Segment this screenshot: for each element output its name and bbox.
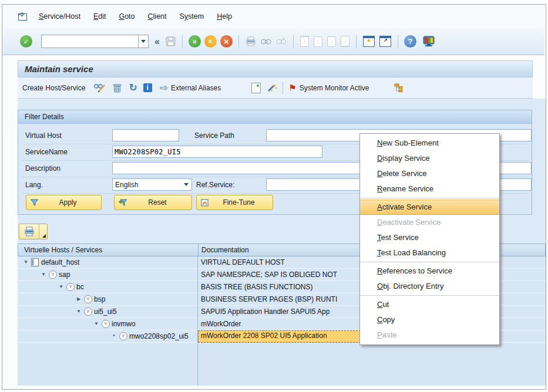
expander-icon[interactable]: ▼	[22, 259, 29, 265]
reset-button[interactable]: Reset	[114, 195, 192, 210]
menu-item-test-service[interactable]: Test Service	[360, 230, 499, 245]
find-icon[interactable]	[260, 36, 272, 47]
apply-filter-icon	[30, 198, 39, 207]
menu-goto[interactable]: Goto	[119, 12, 135, 21]
menu-help[interactable]: Help	[217, 12, 232, 21]
sap-screen-icon[interactable]	[18, 12, 28, 21]
menu-item-cut[interactable]: Cut	[360, 297, 499, 312]
help-icon[interactable]: ?	[404, 35, 416, 48]
menu-separator	[360, 198, 499, 198]
selected-documentation-cell[interactable]: mWorkOrder 2208 SP02 UI5 Application	[198, 330, 364, 343]
print-options-dropdown-icon[interactable]	[39, 224, 47, 239]
application-toolbar: Create Host/Service ↻ i ⇨ External Alias…	[18, 77, 533, 99]
refresh-icon[interactable]: ↻	[129, 82, 137, 94]
virtual-host-input[interactable]	[112, 129, 179, 141]
description-label: Description	[25, 164, 60, 173]
language-label: Lang.	[25, 181, 43, 189]
menu-item-deactivate-service: Deactivate Service	[360, 215, 499, 230]
menu-item-delete-service[interactable]: Delete Service	[360, 166, 499, 181]
create-host-service-button[interactable]: Create Host/Service	[22, 84, 85, 92]
info-icon[interactable]: i	[143, 83, 152, 92]
command-field[interactable]	[41, 35, 139, 48]
hierarchy-types-icon[interactable]	[394, 83, 404, 93]
chevron-down-icon	[184, 183, 189, 186]
menu-item-new-sub-element[interactable]: New Sub-Element	[360, 136, 499, 151]
menu-item-paste: Paste	[360, 327, 499, 343]
expander-icon[interactable]: ▶	[75, 296, 82, 302]
command-field-dropdown-icon[interactable]	[139, 35, 149, 48]
expander-icon[interactable]: ▼	[75, 309, 82, 314]
external-aliases-icon: ⇨	[160, 82, 168, 94]
delete-icon[interactable]	[112, 83, 123, 93]
menu-service-host[interactable]: Service/Host	[39, 12, 80, 21]
save-icon[interactable]	[165, 36, 176, 47]
print-split-button[interactable]	[19, 224, 48, 239]
screen-title-bar: Maintain service	[18, 60, 533, 77]
reset-filter-icon	[118, 198, 127, 207]
filter-details-header: Filter Details	[18, 110, 532, 124]
menu-separator	[360, 295, 499, 296]
virtual-host-icon	[31, 258, 39, 266]
menu-item-rename-service[interactable]: Rename Service	[360, 181, 499, 197]
menu-item-test-load-balancing[interactable]: Test Load Balancing	[360, 245, 499, 261]
print-tree-icon[interactable]	[19, 224, 39, 239]
language-combobox[interactable]: English	[112, 178, 192, 191]
print-icon[interactable]	[245, 36, 257, 47]
menu-item-display-service[interactable]: Display Service	[360, 151, 499, 166]
standard-toolbar: ✓ « « « × ↑ ↑ ↓ ↓ ★ ↗ ?	[2, 28, 544, 55]
fine-tune-icon	[200, 198, 209, 207]
up-icon[interactable]: «	[204, 35, 217, 48]
service-icon	[102, 320, 110, 328]
find-next-icon[interactable]	[275, 36, 287, 47]
service-icon	[119, 332, 127, 340]
system-monitor-flag-icon: ⚑	[288, 83, 296, 93]
column-header-documentation[interactable]: Documentation	[201, 246, 249, 254]
service-icon	[49, 271, 57, 279]
menu-client[interactable]: Client	[148, 12, 167, 21]
ref-service-label: Ref.Service:	[196, 181, 234, 189]
servicename-label: ServiceName	[25, 148, 68, 156]
servicename-input[interactable]	[112, 146, 322, 158]
external-aliases-button[interactable]: External Aliases	[171, 84, 221, 92]
page-title: Maintain service	[25, 64, 93, 74]
collapse-toolbar-icon[interactable]: «	[154, 36, 160, 47]
menu-item-copy[interactable]: Copy	[360, 312, 499, 327]
service-icon	[84, 307, 92, 316]
sap-gui-window: Service/Host Edit Goto Client System Hel…	[0, 0, 548, 392]
menu-item-references-to-service[interactable]: References to Service	[360, 263, 499, 279]
apply-button[interactable]: Apply	[26, 195, 102, 210]
last-page-icon[interactable]: ↓	[341, 36, 349, 47]
display-change-icon[interactable]	[93, 83, 106, 93]
service-icon	[84, 295, 92, 303]
exit-icon[interactable]: ×	[220, 35, 233, 48]
expander-icon[interactable]: ▼	[40, 272, 47, 277]
menu-system[interactable]: System	[180, 12, 204, 21]
fine-tune-button[interactable]: Fine-Tune	[196, 195, 273, 210]
virtual-host-label: Virtual Host	[25, 131, 62, 140]
service-path-label: Service Path	[194, 131, 234, 140]
documentation-icon[interactable]	[251, 83, 261, 93]
expander-icon[interactable]: ▼	[93, 321, 100, 326]
context-menu: New Sub-Element Display Service Delete S…	[359, 133, 500, 345]
service-icon	[66, 283, 75, 291]
back-icon[interactable]: «	[189, 35, 201, 48]
column-header-hosts-services[interactable]: Virtuelle Hosts / Services	[24, 246, 102, 254]
next-page-icon[interactable]: ↓	[327, 36, 336, 47]
create-shortcut-icon[interactable]: ↗	[379, 36, 391, 47]
customize-layout-icon[interactable]	[422, 36, 435, 47]
tree-empty-area	[18, 343, 546, 386]
previous-page-icon[interactable]: ↑	[314, 36, 322, 47]
language-value: English	[113, 181, 184, 189]
menu-item-activate-service[interactable]: Activate Service	[360, 200, 499, 215]
menu-item-obj-directory-entry[interactable]: Obj. Directory Entry	[360, 279, 499, 294]
menu-separator	[360, 262, 499, 262]
expander-icon[interactable]: ▼	[58, 284, 65, 289]
menu-bar: Service/Host Edit Goto Client System Hel…	[2, 5, 544, 29]
enter-icon[interactable]: ✓	[20, 35, 32, 48]
first-page-icon[interactable]: ↑	[300, 36, 309, 47]
new-session-icon[interactable]: ★	[363, 36, 375, 47]
system-monitor-status: System Monitor Active	[300, 84, 369, 92]
wizard-icon[interactable]	[267, 83, 277, 93]
leaf-bullet-icon: •	[110, 332, 117, 339]
menu-edit[interactable]: Edit	[93, 12, 106, 21]
